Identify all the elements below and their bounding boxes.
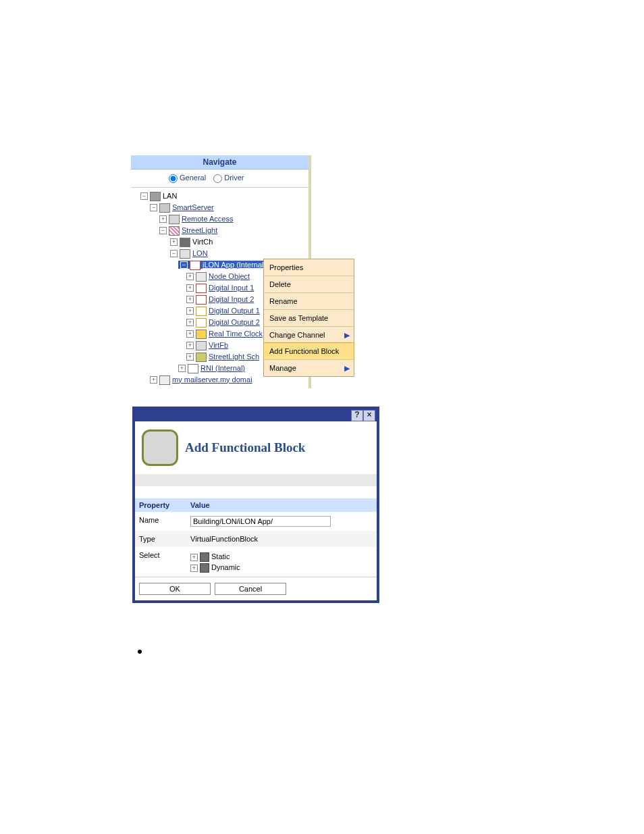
plus-icon[interactable]: + — [150, 376, 157, 384]
tree-lon[interactable]: −LON — [132, 248, 307, 259]
cube-icon — [200, 563, 209, 573]
ctx-delete[interactable]: Delete — [264, 276, 354, 292]
mailserver-icon — [159, 375, 170, 385]
plus-icon[interactable]: + — [186, 284, 194, 292]
virtfb-icon — [196, 341, 207, 350]
digital-output-icon — [196, 318, 207, 328]
cancel-button[interactable]: Cancel — [215, 583, 286, 595]
minus-icon[interactable]: − — [170, 250, 178, 257]
ctx-add-functional-block[interactable]: Add Functional Block — [263, 342, 354, 360]
ctx-change-channel[interactable]: Change Channel▶ — [264, 326, 354, 343]
properties-table: Property Value Name Type VirtualFunction… — [135, 498, 377, 577]
row-type-value: VirtualFunctionBlock — [186, 531, 377, 547]
dialog-band — [135, 474, 377, 486]
col-value: Value — [186, 498, 377, 512]
help-button[interactable]: ? — [351, 410, 363, 421]
row-type-label: Type — [135, 531, 186, 547]
lon-icon — [180, 249, 190, 259]
ctx-manage[interactable]: Manage▶ — [264, 359, 354, 376]
tree-label: Digital Input 2 — [209, 295, 254, 303]
tree-label: VirtFb — [209, 341, 228, 349]
tree-label: StreetLight — [182, 226, 217, 234]
minus-icon[interactable]: − — [140, 192, 148, 200]
tree-virtch[interactable]: +VirtCh — [132, 236, 307, 248]
chevron-right-icon: ▶ — [344, 364, 350, 373]
tree-label: Digital Output 2 — [209, 318, 260, 326]
functional-block-icon — [142, 429, 178, 466]
ctx-properties[interactable]: Properties — [264, 259, 354, 276]
plus-icon[interactable]: + — [186, 330, 194, 338]
tree-remote-access[interactable]: +Remote Access — [132, 213, 307, 225]
plus-icon[interactable]: + — [178, 365, 186, 372]
chevron-right-icon: ▶ — [344, 331, 350, 340]
ctx-rename[interactable]: Rename — [264, 292, 354, 309]
tree-label: Digital Output 1 — [209, 307, 260, 315]
ctx-save-template[interactable]: Save as Template — [264, 309, 354, 326]
tree-label: LON — [192, 249, 208, 257]
lan-icon — [150, 192, 161, 201]
row-select-label: Select — [135, 547, 186, 577]
tree-label: Digital Input 1 — [209, 284, 254, 292]
context-menu: Properties Delete Rename Save as Templat… — [263, 259, 354, 377]
bullet-icon — [138, 650, 142, 654]
schedule-icon — [196, 353, 207, 362]
plus-icon[interactable]: + — [186, 307, 194, 315]
tree-label: SmartServer — [172, 203, 214, 211]
plus-icon[interactable]: + — [186, 353, 194, 361]
cube-icon — [200, 552, 209, 562]
plus-icon[interactable]: + — [159, 215, 167, 223]
server-icon — [159, 203, 170, 213]
plus-icon[interactable]: + — [186, 319, 194, 326]
ctx-label: Manage — [269, 364, 296, 372]
plus-icon[interactable]: + — [186, 296, 194, 303]
tree-lan[interactable]: −LAN — [132, 190, 307, 202]
tree-label: my mailserver.my domai — [172, 375, 252, 384]
remote-access-icon — [169, 215, 180, 224]
plus-icon[interactable]: + — [186, 273, 194, 280]
select-label: Dynamic — [211, 563, 240, 571]
tree-smartserver[interactable]: −SmartServer — [132, 202, 307, 213]
tree-label: Node Object — [209, 272, 250, 280]
ok-button[interactable]: OK — [139, 583, 211, 595]
node-icon — [196, 272, 207, 282]
digital-output-icon — [196, 307, 207, 316]
add-fb-dialog: ? × Add Functional Block Property Value … — [132, 407, 379, 603]
ctx-label: Change Channel — [269, 331, 325, 339]
digital-input-icon — [196, 295, 207, 305]
tree-label: Real Time Clock — [209, 330, 263, 338]
dialog-header: Add Functional Block — [135, 421, 377, 474]
plus-icon[interactable]: + — [190, 565, 198, 572]
mode-driver-radio[interactable]: Driver — [213, 174, 244, 182]
tree-label: StreetLight Sch — [209, 353, 259, 361]
mode-general-radio[interactable]: General — [169, 174, 206, 182]
tree-streetlight[interactable]: −StreetLight — [132, 225, 307, 236]
select-dynamic[interactable]: +Dynamic — [190, 562, 373, 573]
select-static[interactable]: +Static — [190, 551, 373, 562]
tree-label: Remote Access — [182, 215, 233, 223]
row-name-label: Name — [135, 512, 186, 531]
minus-icon[interactable]: − — [159, 227, 167, 234]
streetlight-icon — [169, 226, 180, 236]
mode-driver-label: Driver — [224, 174, 244, 182]
nav-mode-row: General Driver — [131, 170, 308, 188]
plus-icon[interactable]: + — [186, 342, 194, 349]
name-input[interactable] — [190, 516, 331, 527]
close-button[interactable]: × — [363, 410, 375, 421]
tree-label: VirtCh — [192, 238, 213, 246]
col-property: Property — [135, 498, 186, 512]
rni-icon — [188, 364, 198, 373]
minus-icon[interactable]: − — [150, 204, 157, 211]
tree-label: RNI (Internal) — [200, 364, 245, 372]
minus-icon[interactable]: − — [180, 261, 188, 269]
mode-general-label: General — [180, 174, 206, 182]
select-label: Static — [211, 552, 230, 561]
digital-input-icon — [196, 284, 207, 293]
app-icon — [190, 261, 200, 270]
navigate-title: Navigate — [131, 155, 308, 170]
plus-icon[interactable]: + — [190, 554, 198, 561]
dialog-titlebar: ? × — [135, 409, 377, 421]
plus-icon[interactable]: + — [170, 238, 178, 246]
virtch-icon — [180, 238, 190, 247]
dialog-title: Add Functional Block — [185, 440, 305, 455]
tree-label: iLON App (Internal) — [203, 261, 266, 269]
